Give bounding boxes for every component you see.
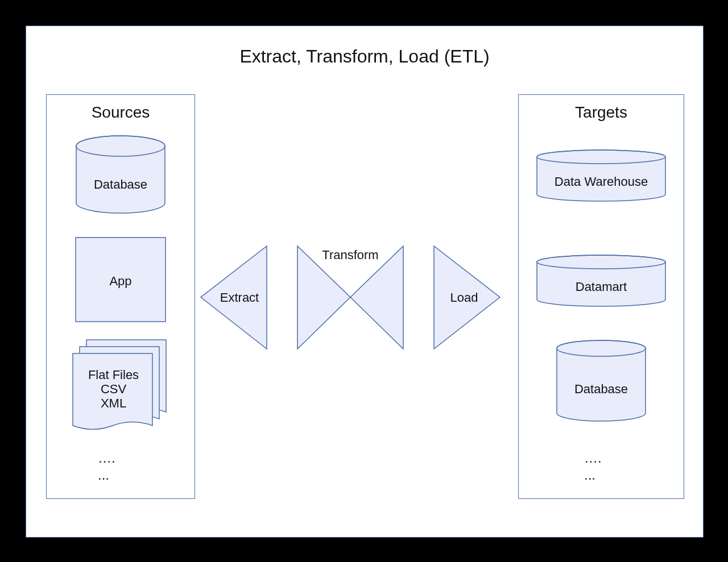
flatfiles-line1: Flat Files [72, 368, 155, 382]
targets-ellipsis-2: ... [584, 467, 595, 483]
diagram-canvas: Extract, Transform, Load (ETL) Sources D… [26, 26, 704, 538]
transform-label: Transform [316, 248, 384, 263]
diagram-title: Extract, Transform, Load (ETL) [26, 46, 703, 67]
flatfiles-line2: CSV [72, 382, 155, 397]
outer-frame: Extract, Transform, Load (ETL) Sources D… [0, 0, 728, 562]
target-database-label: Database [556, 382, 647, 397]
targets-heading: Targets [519, 103, 684, 122]
extract-label: Extract [208, 290, 271, 305]
targets-ellipsis-1: …. [584, 450, 602, 466]
datamart-label: Datamart [536, 280, 667, 294]
source-database-label: Database [75, 177, 166, 192]
load-label: Load [436, 290, 493, 305]
sources-panel: Sources Database App Flat Files CSV XML [46, 94, 195, 499]
source-app-label: App [75, 274, 166, 289]
targets-panel: Targets Data Warehouse Datamart Dat [518, 94, 684, 499]
datawarehouse-label: Data Warehouse [536, 174, 667, 189]
sources-heading: Sources [47, 103, 195, 122]
flatfiles-line3: XML [72, 396, 155, 411]
sources-ellipsis-1: …. [98, 450, 115, 466]
sources-ellipsis-2: ... [98, 467, 109, 483]
